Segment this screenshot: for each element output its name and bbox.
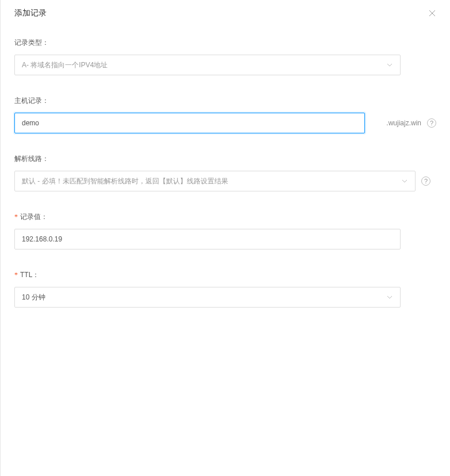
add-record-dialog: 添加记录 记录类型： A- 将域名指向一个IPV4地址 主机 [1, 0, 450, 476]
record-type-label: 记录类型： [14, 38, 436, 48]
close-icon[interactable] [428, 9, 436, 17]
record-type-value: A- 将域名指向一个IPV4地址 [22, 60, 386, 70]
ttl-select[interactable]: 10 分钟 [14, 287, 401, 308]
resolve-line-value: 默认 - 必填！未匹配到智能解析线路时，返回【默认】线路设置结果 [22, 176, 401, 186]
chevron-down-icon [386, 294, 393, 301]
record-value-label-text: 记录值： [20, 213, 48, 221]
field-resolve-line: 解析线路： 默认 - 必填！未匹配到智能解析线路时，返回【默认】线路设置结果 ? [14, 154, 436, 191]
host-record-label: 主机记录： [14, 96, 436, 106]
record-value-input-wrapper[interactable] [14, 229, 401, 249]
host-record-input[interactable] [22, 113, 357, 133]
chevron-down-icon [401, 178, 408, 185]
record-value-input[interactable] [22, 229, 393, 249]
help-icon[interactable]: ? [421, 176, 430, 186]
field-record-value: *记录值： [14, 212, 436, 249]
dialog-body: 记录类型： A- 将域名指向一个IPV4地址 主机记录： [1, 26, 450, 308]
dialog-title: 添加记录 [14, 8, 47, 18]
resolve-line-label: 解析线路： [14, 154, 436, 164]
field-record-type: 记录类型： A- 将域名指向一个IPV4地址 [14, 38, 436, 75]
domain-suffix: .wujiajz.win [386, 119, 421, 127]
ttl-label-text: TTL： [20, 271, 39, 279]
ttl-label: *TTL： [14, 270, 436, 280]
ttl-value: 10 分钟 [22, 293, 386, 302]
field-host-record: 主机记录： .wujiajz.win ? [14, 96, 436, 133]
record-type-select[interactable]: A- 将域名指向一个IPV4地址 [14, 55, 401, 75]
field-ttl: *TTL： 10 分钟 [14, 270, 436, 308]
resolve-line-select[interactable]: 默认 - 必填！未匹配到智能解析线路时，返回【默认】线路设置结果 [14, 171, 416, 191]
dialog-header: 添加记录 [1, 0, 450, 26]
chevron-down-icon [386, 62, 393, 68]
record-value-label: *记录值： [14, 212, 436, 222]
host-record-input-wrapper[interactable] [14, 113, 365, 133]
help-icon[interactable]: ? [427, 118, 436, 128]
